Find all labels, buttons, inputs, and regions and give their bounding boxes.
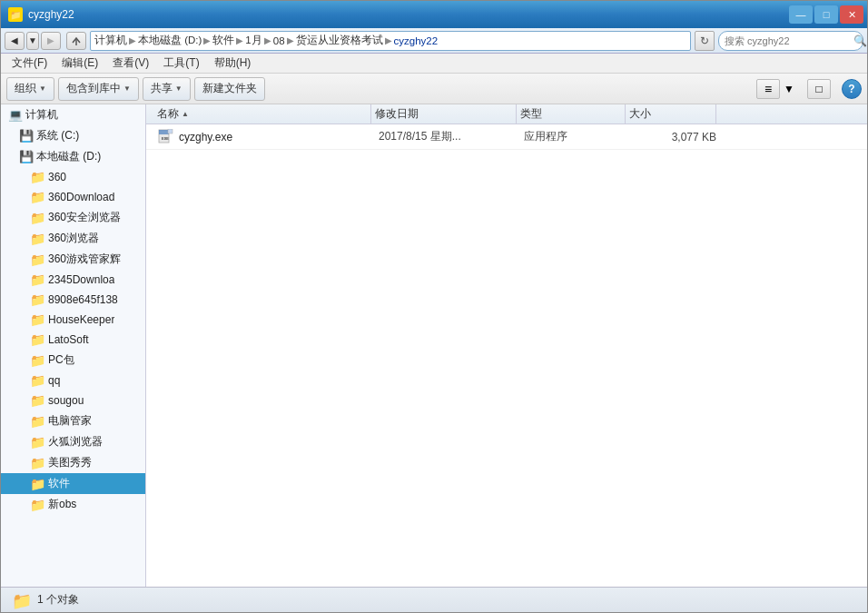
sidebar-label-360browser: 360浏览器 — [48, 231, 99, 246]
folder-software-icon: 📁 — [30, 477, 45, 491]
sidebar-item-firefox[interactable]: 📁 火狐浏览器 — [1, 431, 145, 452]
col-header-type[interactable]: 类型 — [517, 104, 626, 124]
sidebar-label-housekeeper: HouseKeeper — [48, 313, 114, 326]
file-size-cyzghy: 3,077 KB — [633, 131, 724, 143]
folder-360game-icon: 📁 — [30, 252, 45, 267]
folder-firefox-icon: 📁 — [30, 435, 45, 450]
sidebar-item-360[interactable]: 📁 360 — [1, 167, 145, 187]
search-input[interactable] — [725, 35, 850, 46]
folder-qq-icon: 📁 — [30, 373, 45, 388]
sidebar-item-360browser[interactable]: 📁 360浏览器 — [1, 228, 145, 249]
sidebar-item-newobs[interactable]: 📁 新obs — [1, 494, 145, 515]
menu-tools[interactable]: 工具(T) — [156, 54, 206, 73]
col-header-name[interactable]: 名称 ▲ — [153, 104, 371, 124]
col-header-date[interactable]: 修改日期 — [371, 104, 517, 124]
folder-2345-icon: 📁 — [30, 272, 45, 287]
content-area: 💻 计算机 💾 系统 (C:) 💾 本地磁盘 (D:) 📁 360 📁 360 — [1, 104, 867, 587]
include-dropdown-icon: ▼ — [123, 84, 131, 93]
svg-rect-4 — [168, 129, 173, 133]
sidebar-label-d: 本地磁盘 (D:) — [36, 149, 101, 164]
sidebar-item-360safe[interactable]: 📁 360安全浏览器 — [1, 207, 145, 228]
sidebar-label-sougou: sougou — [48, 394, 84, 407]
organize-dropdown-icon: ▼ — [39, 84, 46, 93]
back-dropdown[interactable]: ▼ — [26, 32, 39, 50]
sidebar-label-360dl: 360Download — [48, 191, 114, 203]
col-header-size[interactable]: 大小 — [626, 104, 716, 124]
refresh-button[interactable]: ↻ — [695, 31, 715, 51]
view-button-list[interactable]: ≡ — [756, 79, 780, 99]
sidebar-label-qq: qq — [48, 374, 60, 387]
folder-360dl-icon: 📁 — [30, 190, 45, 204]
title-bar-controls: — □ ✕ — [789, 5, 863, 24]
view-button-preview[interactable]: □ — [807, 79, 831, 99]
folder-pcbag-icon: 📁 — [30, 353, 45, 368]
organize-button[interactable]: 组织 ▼ — [6, 77, 54, 101]
sidebar-label-2345: 2345Downloa — [48, 273, 114, 286]
svg-rect-2 — [159, 130, 169, 134]
folder-360-icon: 📁 — [30, 170, 45, 184]
menu-bar: 文件(F) 编辑(E) 查看(V) 工具(T) 帮助(H) — [1, 54, 867, 74]
sidebar-label-360game: 360游戏管家辉 — [48, 252, 121, 267]
sidebar-item-latosoft[interactable]: 📁 LatoSoft — [1, 330, 145, 350]
folder-360browser-icon: 📁 — [30, 232, 45, 246]
share-dropdown-icon: ▼ — [175, 84, 182, 93]
sort-arrow-icon: ▲ — [182, 110, 189, 118]
sidebar-item-c[interactable]: 💾 系统 (C:) — [1, 125, 145, 146]
breadcrumb-item-exam: 货运从业资格考试 — [296, 34, 383, 47]
status-folder-icon: 📁 — [12, 591, 30, 609]
share-button[interactable]: 共享 ▼ — [143, 77, 191, 101]
breadcrumb-item-current: cyzghy22 — [394, 35, 439, 46]
sidebar-label-software: 软件 — [48, 476, 70, 491]
sidebar-item-pcmanager[interactable]: 📁 电脑管家 — [1, 410, 145, 431]
sidebar-item-360game[interactable]: 📁 360游戏管家辉 — [1, 249, 145, 270]
sidebar-item-360dl[interactable]: 📁 360Download — [1, 187, 145, 207]
help-button[interactable]: ? — [842, 79, 862, 99]
toolbar: 组织 ▼ 包含到库中 ▼ 共享 ▼ 新建文件夹 ≡ ▼ □ ? — [1, 74, 867, 104]
forward-button[interactable]: ▶ — [41, 32, 61, 50]
include-library-button[interactable]: 包含到库中 ▼ — [58, 77, 139, 101]
sidebar-label-360: 360 — [48, 171, 66, 183]
sidebar-item-housekeeper[interactable]: 📁 HouseKeeper — [1, 310, 145, 330]
back-button[interactable]: ◀ — [5, 32, 25, 50]
search-box[interactable]: 🔍 — [718, 31, 863, 51]
new-folder-button[interactable]: 新建文件夹 — [194, 77, 265, 101]
sidebar-item-pcbag[interactable]: 📁 PC包 — [1, 350, 145, 371]
breadcrumb-item-software: 软件 — [212, 34, 234, 47]
up-button[interactable] — [66, 32, 86, 50]
address-bar: ◀ ▼ ▶ 计算机 ▶ 本地磁盘 (D:) ▶ 软件 ▶ 1月 ▶ 08 ▶ 货… — [1, 28, 867, 54]
close-button[interactable]: ✕ — [840, 5, 863, 24]
folder-8908-icon: 📁 — [30, 292, 45, 307]
folder-housekeeper-icon: 📁 — [30, 312, 45, 327]
window-icon: 📁 — [8, 7, 23, 22]
folder-360safe-icon: 📁 — [30, 211, 45, 225]
menu-help[interactable]: 帮助(H) — [207, 54, 259, 73]
sidebar-item-d[interactable]: 💾 本地磁盘 (D:) — [1, 146, 145, 167]
sidebar-item-8908[interactable]: 📁 8908e645f138 — [1, 290, 145, 310]
status-text: 1 个对象 — [37, 592, 79, 608]
sidebar-item-software[interactable]: 📁 软件 — [1, 473, 145, 494]
sidebar-item-computer[interactable]: 💻 计算机 — [1, 104, 145, 125]
sidebar-item-meitu[interactable]: 📁 美图秀秀 — [1, 452, 145, 473]
maximize-button[interactable]: □ — [814, 5, 838, 24]
sidebar-label-newobs: 新obs — [48, 497, 76, 512]
file-item-cyzghy[interactable]: EXE cyzghy.exe 2017/8/15 星期... 应用程序 3,07… — [146, 124, 867, 150]
address-box[interactable]: 计算机 ▶ 本地磁盘 (D:) ▶ 软件 ▶ 1月 ▶ 08 ▶ 货运从业资格考… — [90, 31, 691, 51]
file-date-cyzghy: 2017/8/15 星期... — [379, 129, 524, 144]
search-icon[interactable]: 🔍 — [853, 35, 867, 47]
exe-icon: EXE — [157, 129, 173, 145]
menu-view[interactable]: 查看(V) — [105, 54, 156, 73]
folder-sougou-icon: 📁 — [30, 393, 45, 408]
sidebar-item-2345[interactable]: 📁 2345Downloa — [1, 270, 145, 290]
window: 📁 cyzghy22 — □ ✕ ◀ ▼ ▶ 计算机 ▶ 本地磁盘 (D:) ▶… — [0, 0, 868, 613]
sidebar-item-qq[interactable]: 📁 qq — [1, 371, 145, 391]
folder-pcmanager-icon: 📁 — [30, 414, 45, 429]
folder-meitu-icon: 📁 — [30, 456, 45, 470]
menu-file[interactable]: 文件(F) — [5, 54, 54, 73]
sidebar-label-8908: 8908e645f138 — [48, 293, 118, 306]
folder-newobs-icon: 📁 — [30, 498, 45, 512]
minimize-button[interactable]: — — [789, 5, 813, 24]
drive-d-icon: 💾 — [19, 150, 34, 163]
menu-edit[interactable]: 编辑(E) — [54, 54, 105, 73]
sidebar-item-sougou[interactable]: 📁 sougou — [1, 391, 145, 410]
status-bar: 📁 1 个对象 — [1, 587, 867, 612]
